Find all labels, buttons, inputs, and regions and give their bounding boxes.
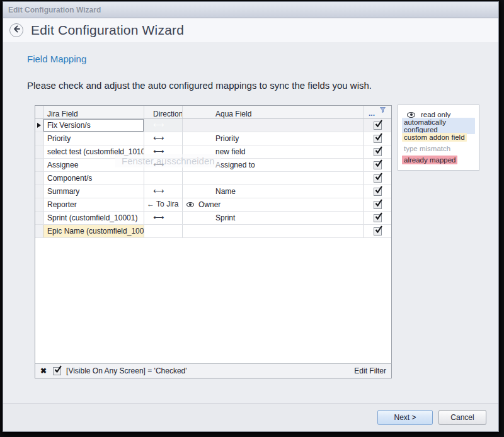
column-header-aqua-field[interactable]: Aqua Field: [183, 106, 364, 118]
jira-field-cell[interactable]: select test (customfield_10100): [43, 145, 144, 158]
direction-cell[interactable]: [144, 225, 183, 237]
row-indicator-cell[interactable]: [35, 225, 43, 237]
jira-field-cell[interactable]: Component/s: [43, 172, 144, 184]
direction-cell[interactable]: ⟷: [144, 185, 183, 198]
table-row[interactable]: Priority⟷Priority: [35, 132, 391, 145]
aqua-field-cell[interactable]: new field: [183, 145, 364, 158]
filter-checkbox[interactable]: [53, 367, 61, 375]
read-only-eye-icon: [186, 202, 194, 207]
column-header-checkbox[interactable]: ...: [364, 106, 391, 118]
table-body: Fix Version/s⟷Priority⟷Priorityselect te…: [35, 119, 391, 238]
window-titlebar[interactable]: Edit Configuration Wizard: [3, 2, 498, 18]
checkbox-cell[interactable]: [364, 119, 391, 132]
direction-cell[interactable]: [144, 172, 183, 184]
row-indicator-cell[interactable]: [35, 212, 43, 224]
checkbox-cell[interactable]: [364, 132, 391, 145]
legend-item-label: type mismatch: [402, 144, 452, 153]
table-row[interactable]: Epic Name (customfield_10004): [35, 225, 391, 238]
aqua-field-cell[interactable]: [183, 119, 364, 132]
direction-cell[interactable]: ⟷: [144, 119, 183, 132]
jira-field-cell[interactable]: Epic Name (customfield_10004): [43, 225, 144, 237]
back-button[interactable]: [9, 23, 23, 37]
wizard-window: Edit Configuration Wizard Edit Configura…: [3, 1, 499, 432]
filter-funnel-icon[interactable]: [380, 106, 386, 116]
screen: { "titlebar": { "title": "Edit Configura…: [0, 0, 504, 437]
jira-field-cell[interactable]: Fix Version/s: [43, 119, 144, 132]
row-indicator-cell[interactable]: [35, 145, 43, 158]
filter-bar: ✖ [Visible On Any Screen] = 'Checked' Ed…: [35, 363, 392, 378]
legend-item-label: custom addon field: [402, 133, 467, 142]
direction-cell[interactable]: ← To Jira: [144, 198, 183, 211]
row-checkbox[interactable]: [374, 122, 382, 130]
row-indicator-header: [35, 106, 43, 118]
table-row[interactable]: Assignee⟷Assigned to: [35, 159, 391, 172]
legend-item-label: already mapped: [402, 156, 457, 164]
table-row[interactable]: Summary⟷Name: [35, 185, 391, 198]
direction-cell[interactable]: ⟷: [144, 145, 183, 158]
legend-item: automatically configured: [402, 120, 475, 132]
jira-field-cell[interactable]: Reporter: [43, 198, 144, 211]
row-indicator-cell[interactable]: [35, 172, 43, 184]
aqua-field-cell[interactable]: [183, 172, 364, 184]
section-title: Field Mapping: [27, 54, 86, 64]
current-row-arrow-icon: [37, 123, 41, 128]
table-row[interactable]: Sprint (customfield_10001)⟷Sprint: [35, 212, 391, 225]
window-title: Edit Configuration Wizard: [8, 6, 101, 14]
legend-item: already mapped: [402, 154, 475, 166]
cancel-button[interactable]: Cancel: [438, 410, 486, 425]
table-row[interactable]: Component/s: [35, 172, 391, 185]
table-row[interactable]: select test (customfield_10100)⟷new fiel…: [35, 145, 391, 159]
row-checkbox[interactable]: [374, 201, 382, 209]
column-header-jira-field[interactable]: Jira Field: [43, 106, 144, 118]
jira-field-cell[interactable]: Assignee: [43, 159, 144, 171]
aqua-field-cell[interactable]: Assigned to: [183, 159, 364, 171]
next-button[interactable]: Next >: [377, 410, 433, 425]
column-header-direction[interactable]: Direction: [144, 106, 183, 118]
table-row[interactable]: Fix Version/s⟷: [35, 119, 391, 132]
row-indicator-cell[interactable]: [35, 198, 43, 211]
table-row[interactable]: Reporter← To JiraOwner: [35, 198, 391, 212]
jira-field-cell[interactable]: Summary: [43, 185, 144, 198]
legend-box: read onlyautomatically configuredcustom …: [398, 105, 479, 171]
footer-bar: Next > Cancel: [3, 403, 498, 431]
jira-field-cell[interactable]: Priority: [43, 132, 144, 145]
direction-cell[interactable]: ⟷: [144, 132, 183, 145]
row-indicator-cell[interactable]: [35, 119, 43, 132]
row-indicator-cell[interactable]: [35, 185, 43, 198]
checkbox-cell[interactable]: [364, 198, 391, 211]
checkbox-cell[interactable]: [364, 185, 391, 198]
jira-field-cell[interactable]: Sprint (customfield_10001): [43, 212, 144, 224]
checkbox-cell[interactable]: [364, 212, 391, 224]
wizard-header: Edit Configuration Wizard: [3, 18, 498, 42]
instruction-text: Please check and adjust the auto configu…: [27, 80, 372, 91]
direction-cell[interactable]: ⟷: [144, 159, 183, 171]
row-checkbox[interactable]: [374, 227, 382, 236]
row-checkbox[interactable]: [374, 135, 382, 143]
edit-filter-link[interactable]: Edit Filter: [354, 366, 386, 375]
checkbox-cell[interactable]: [364, 225, 391, 237]
aqua-field-cell[interactable]: [183, 225, 364, 237]
row-checkbox[interactable]: [374, 148, 382, 156]
checkbox-cell[interactable]: [364, 172, 391, 184]
checkbox-cell[interactable]: [364, 145, 391, 158]
row-checkbox[interactable]: [374, 188, 382, 196]
read-only-eye-icon: [407, 112, 415, 118]
row-indicator-cell[interactable]: [35, 132, 43, 145]
column-header-more-label: ...: [369, 110, 375, 116]
checkbox-cell[interactable]: [364, 159, 391, 171]
row-indicator-cell[interactable]: [35, 159, 43, 171]
page-title: Edit Configuration Wizard: [31, 23, 184, 38]
aqua-field-cell[interactable]: Owner: [183, 198, 364, 211]
aqua-field-cell[interactable]: Priority: [183, 132, 364, 145]
back-arrow-icon: [12, 25, 21, 36]
aqua-field-cell[interactable]: Sprint: [183, 212, 364, 224]
legend-item-label: automatically configured: [402, 118, 475, 134]
row-checkbox[interactable]: [374, 174, 382, 183]
direction-cell[interactable]: ⟷: [144, 212, 183, 224]
aqua-field-value: Owner: [198, 200, 220, 209]
row-checkbox[interactable]: [374, 214, 382, 222]
legend-item: custom addon field: [402, 132, 475, 143]
aqua-field-cell[interactable]: Name: [183, 185, 364, 198]
clear-filter-button[interactable]: ✖: [40, 366, 47, 375]
row-checkbox[interactable]: [374, 161, 382, 169]
